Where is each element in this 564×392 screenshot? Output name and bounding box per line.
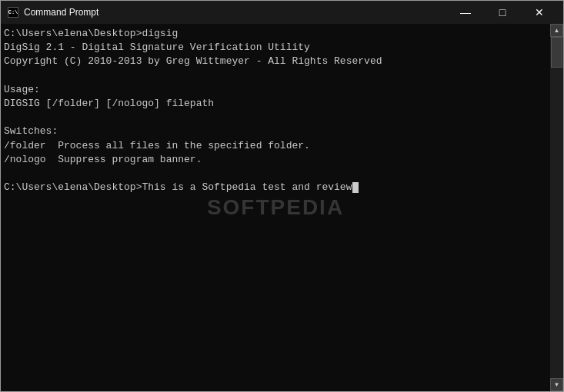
console-wrapper: C:\Users\elena\Desktop>digsig DigSig 2.1… [1,24,550,391]
console-output[interactable]: C:\Users\elena\Desktop>digsig DigSig 2.1… [1,24,550,391]
close-button[interactable]: ✕ [522,1,557,24]
scrollbar-down-button[interactable]: ▼ [550,378,563,391]
scrollbar-up-button[interactable]: ▲ [550,24,563,37]
cmd-logo: C:\ [8,7,18,18]
console-area: C:\Users\elena\Desktop>digsig DigSig 2.1… [1,24,563,391]
scrollbar: ▲ ▼ [550,24,563,391]
window-title: Command Prompt [24,7,98,18]
minimize-button[interactable]: — [448,1,483,24]
title-bar: C:\ Command Prompt — □ ✕ [1,1,563,24]
cmd-icon: C:\ [7,6,19,18]
title-bar-left: C:\ Command Prompt [7,6,98,18]
scrollbar-track[interactable] [550,37,563,378]
cursor [352,182,359,193]
maximize-button[interactable]: □ [485,1,520,24]
scrollbar-thumb[interactable] [551,37,562,68]
command-prompt-window: C:\ Command Prompt — □ ✕ C:\Users\elena\… [0,0,564,392]
title-bar-controls: — □ ✕ [448,1,557,24]
